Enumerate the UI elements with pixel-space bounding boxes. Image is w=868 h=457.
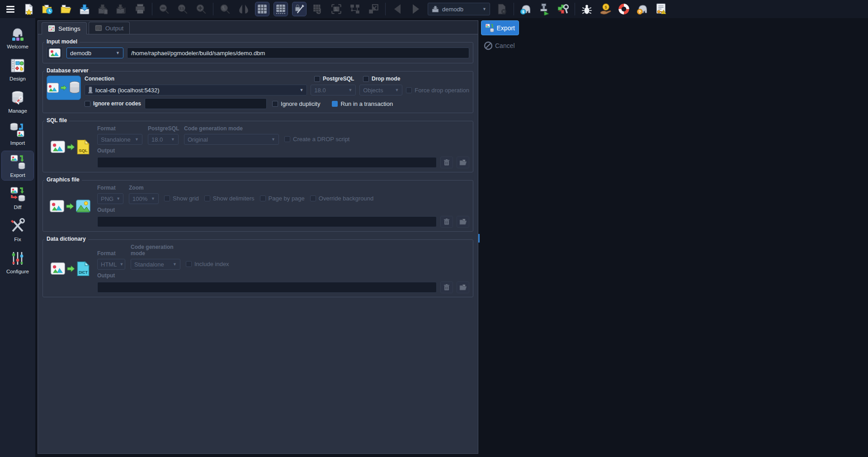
donate-icon[interactable]: $ [599, 2, 612, 16]
pg-version-combo[interactable]: 18.0 ▼ [311, 85, 356, 95]
dict-output-field[interactable] [97, 282, 437, 293]
sidebar-item-configure[interactable]: Configure [2, 248, 33, 276]
support-icon[interactable] [617, 2, 631, 16]
resize-icon[interactable] [367, 2, 380, 16]
sidebar-item-manage[interactable]: Manage [2, 87, 33, 116]
ignore-error-codes-row[interactable]: Ignore error codes [85, 100, 141, 107]
save-as-icon[interactable] [96, 2, 110, 16]
browse-output-button[interactable] [457, 281, 469, 293]
drop-script-checkbox[interactable] [284, 136, 290, 142]
bug-report-icon[interactable] [580, 2, 594, 16]
sidebar-item-fix[interactable]: Fix [2, 215, 33, 244]
sidebar-item-design[interactable]: Design [2, 55, 33, 84]
show-delimiters-checkbox[interactable] [204, 195, 210, 201]
grid-dashed-toggle-icon[interactable] [274, 2, 288, 16]
pg-server-icon[interactable]: $ [519, 2, 533, 16]
run-in-transaction-checkbox[interactable] [332, 101, 338, 107]
forward-icon[interactable] [409, 2, 423, 16]
ignore-error-codes-field[interactable] [145, 98, 267, 109]
license-icon[interactable]: ! [654, 2, 668, 16]
clear-output-button[interactable] [440, 157, 453, 168]
sidebar-item-welcome[interactable]: Welcome [2, 23, 33, 52]
new-model-icon[interactable] [22, 2, 36, 16]
include-index-label: Include index [194, 261, 229, 267]
clear-output-button[interactable] [440, 281, 453, 293]
sql-output-field[interactable] [97, 157, 437, 168]
schema-links-icon[interactable] [348, 2, 362, 16]
dict-codegen-combo[interactable]: Standalone▼ [131, 259, 180, 270]
connection-combo[interactable]: local-db (localhost:5432) ▼ [85, 85, 307, 95]
grid-toggle-icon[interactable] [255, 2, 269, 16]
clear-output-button[interactable] [440, 216, 453, 228]
show-grid-label: Show grid [173, 195, 199, 202]
input-model-combo[interactable]: demodb ▼ [66, 48, 123, 58]
gfx-format-combo[interactable]: PNG▼ [97, 193, 123, 204]
run-in-transaction-row[interactable]: Run in a transaction [332, 100, 393, 107]
force-drop-checkbox[interactable] [406, 87, 412, 93]
green-arrow-icon [66, 143, 75, 152]
close-model-icon[interactable] [495, 2, 509, 16]
show-grid-checkbox[interactable] [164, 195, 170, 201]
ignore-duplicity-checkbox[interactable] [272, 101, 278, 107]
override-background-row[interactable]: Override background [310, 195, 373, 202]
drop-mode-checkbox[interactable] [363, 76, 369, 82]
run-sql-icon[interactable] [538, 2, 551, 16]
include-index-checkbox[interactable] [186, 261, 192, 267]
export-button[interactable]: Export [481, 20, 519, 35]
drop-objects-value: Objects [363, 87, 383, 94]
browse-output-button[interactable] [457, 157, 469, 168]
tab-settings[interactable]: Settings [42, 22, 87, 34]
open-recent-icon[interactable] [41, 2, 54, 16]
dict-format-combo[interactable]: HTML▼ [97, 259, 125, 270]
group-title: Database server [44, 67, 91, 74]
browse-output-button[interactable] [457, 216, 469, 228]
menu-icon[interactable] [4, 2, 17, 16]
zoom-in-icon[interactable] [194, 2, 208, 16]
left-sidebar: Welcome Design Manage Import Export Diff… [0, 18, 35, 457]
drop-script-row[interactable]: Create a DROP script [284, 136, 349, 143]
sql-pg-version-combo[interactable]: 18.0▼ [148, 134, 179, 145]
sql-format-combo[interactable]: Standalone▼ [97, 134, 142, 145]
ignore-duplicity-row[interactable]: Ignore duplicity [272, 100, 320, 107]
open-model-icon[interactable] [59, 2, 73, 16]
sidebar-item-import[interactable]: Import [2, 119, 33, 148]
show-grid-row[interactable]: Show grid [164, 195, 199, 202]
gfx-zoom-combo[interactable]: 100%▼ [129, 193, 159, 204]
splitter-handle[interactable] [478, 234, 480, 243]
include-index-row[interactable]: Include index [186, 261, 229, 267]
plugins-icon[interactable] [556, 2, 570, 16]
drop-mode-checkbox-row[interactable]: Drop mode [363, 76, 469, 82]
lock-edit-toggle-icon[interactable] [292, 2, 306, 16]
ignore-error-codes-checkbox[interactable] [85, 101, 90, 107]
model-preview-icon[interactable] [218, 2, 232, 16]
zoom-original-icon[interactable]: 1:1 [176, 2, 189, 16]
drop-objects-combo[interactable]: Objects ▼ [359, 85, 402, 95]
cancel-circle-icon [484, 41, 493, 50]
back-icon[interactable] [391, 2, 404, 16]
sidebar-item-diff[interactable]: Diff [2, 183, 33, 212]
compare-icon[interactable] [237, 2, 250, 16]
override-background-checkbox[interactable] [310, 195, 316, 201]
database-tools-icon [9, 90, 26, 107]
force-drop-checkbox-row[interactable]: Force drop operation [406, 87, 469, 94]
postgresql-checkbox-row[interactable]: PostgreSQL [314, 76, 363, 82]
input-model-path-field[interactable] [127, 48, 469, 58]
capture-icon[interactable] [330, 2, 343, 16]
print-icon[interactable] [133, 2, 147, 16]
zoom-out-icon[interactable] [157, 2, 171, 16]
page-by-page-checkbox[interactable] [260, 195, 266, 201]
sql-codegen-combo[interactable]: Original▼ [184, 134, 279, 145]
show-delimiters-row[interactable]: Show delimiters [204, 195, 255, 202]
svg-text:SQL: SQL [79, 148, 88, 153]
grid-move-icon[interactable] [311, 2, 325, 16]
tab-output[interactable]: Output [89, 22, 130, 34]
toolbar-model-combo[interactable]: demodb ▼ [428, 3, 490, 15]
save-model-icon[interactable] [78, 2, 91, 16]
postgresql-checkbox[interactable] [314, 76, 320, 82]
faq-icon[interactable]: ? [636, 2, 649, 16]
page-by-page-row[interactable]: Page by page [260, 195, 305, 202]
sidebar-item-export[interactable]: Export [2, 151, 33, 180]
save-all-icon[interactable] [115, 2, 128, 16]
gfx-output-field[interactable] [97, 216, 437, 227]
cancel-button[interactable]: Cancel [481, 38, 519, 53]
